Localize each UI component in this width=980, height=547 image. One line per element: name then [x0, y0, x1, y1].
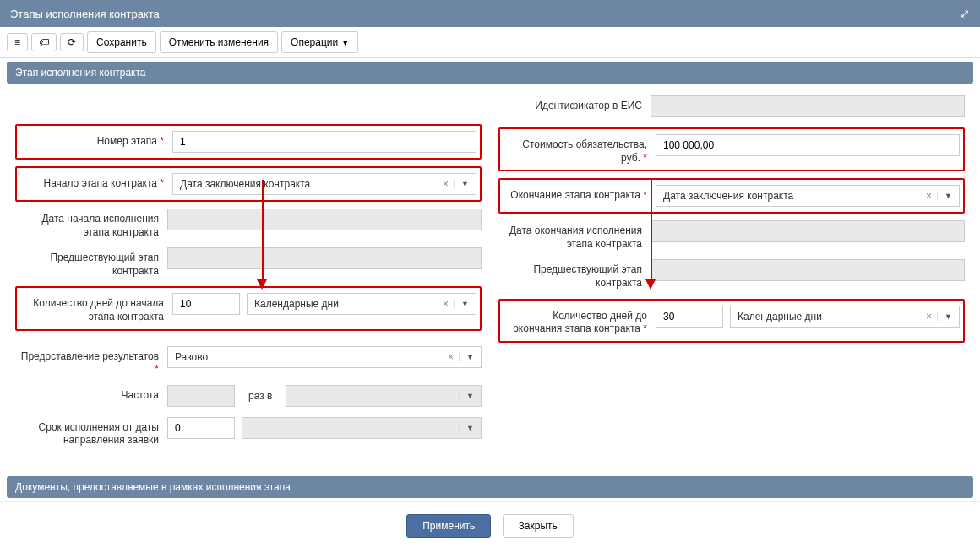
chevron-down-icon[interactable]: ▼	[454, 180, 476, 188]
label-end: Окончание этапа контракта *	[504, 185, 656, 203]
section-header-docs: Документы, предоставляемые в рамках испо…	[7, 476, 973, 498]
cost-input[interactable]	[656, 134, 960, 156]
close-button[interactable]: Закрыть	[503, 514, 574, 538]
end-date-input	[651, 220, 965, 242]
label-days-to-start: Количество дней до начала этапа контракт…	[20, 293, 172, 323]
label-end-date: Дата окончания исполнения этапа контракт…	[498, 220, 651, 251]
section-header-stage: Этап исполнения контракта	[7, 62, 973, 84]
menu-icon[interactable]: ≡	[7, 33, 28, 51]
frequency-unit-select: ▼	[286, 385, 482, 407]
start-select[interactable]: Дата заключения контракта × ▼	[172, 173, 476, 195]
stage-number-input[interactable]	[172, 131, 476, 153]
clear-icon[interactable]: ×	[438, 298, 454, 310]
chevron-down-icon: ▼	[459, 392, 481, 400]
chevron-down-icon[interactable]: ▼	[937, 312, 959, 321]
prev-stage-left-input	[167, 247, 482, 269]
label-stage-number: Номер этапа *	[20, 131, 172, 149]
clear-icon[interactable]: ×	[443, 351, 459, 363]
clear-icon[interactable]: ×	[438, 178, 454, 190]
row-end-date: Дата окончания исполнения этапа контракт…	[498, 220, 965, 251]
form-area: Номер этапа * Начало этапа контракта * Д…	[0, 87, 980, 473]
start-date-input	[167, 209, 482, 230]
label-raz-v: раз в	[242, 390, 279, 402]
days-type-right-select[interactable]: Календарные дни × ▼	[730, 306, 960, 328]
prev-stage-right-input	[651, 259, 965, 281]
clear-icon[interactable]: ×	[921, 311, 937, 322]
row-results: Предоставление результатов * Разово × ▼	[15, 346, 482, 376]
row-start-date: Дата начала исполнения этапа контракта	[15, 209, 482, 239]
row-eis-id: Идентификатор в ЕИС	[498, 95, 965, 119]
days-to-start-input[interactable]	[172, 293, 240, 315]
row-end: Окончание этапа контракта * Дата заключе…	[498, 178, 965, 214]
save-button[interactable]: Сохранить	[87, 31, 156, 53]
expand-icon[interactable]: ⤢	[960, 7, 970, 20]
row-prev-stage-left: Предшествующий этап контракта	[15, 247, 482, 278]
deadline-unit-select: ▼	[242, 417, 482, 439]
eis-id-input	[651, 95, 965, 117]
chevron-down-icon[interactable]: ▼	[937, 192, 959, 200]
clear-icon[interactable]: ×	[921, 190, 937, 202]
label-start-date: Дата начала исполнения этапа контракта	[15, 209, 167, 239]
row-deadline: Срок исполнения от даты направления заяв…	[15, 417, 482, 447]
label-days-to-end: Количество дней до окончания этапа контр…	[504, 306, 656, 336]
history-icon[interactable]: ⟳	[60, 33, 84, 51]
chevron-down-icon[interactable]: ▼	[454, 300, 476, 308]
operations-button[interactable]: Операции▼	[281, 31, 358, 53]
row-days-to-start: Количество дней до начала этапа контракт…	[15, 286, 482, 330]
row-start: Начало этапа контракта * Дата заключения…	[15, 166, 482, 202]
row-cost: Стоимость обязательства, руб. *	[498, 127, 965, 171]
titlebar: Этапы исполнения контракта ⤢	[0, 0, 980, 27]
days-type-left-select[interactable]: Календарные дни × ▼	[247, 293, 476, 315]
days-to-end-input[interactable]	[656, 306, 723, 328]
dialog: Этапы исполнения контракта ⤢ ≡ 🏷 ⟳ Сохра…	[0, 0, 980, 547]
dialog-title: Этапы исполнения контракта	[10, 8, 160, 20]
label-eis-id: Идентификатор в ЕИС	[498, 95, 651, 113]
label-cost: Стоимость обязательства, руб. *	[504, 134, 656, 165]
caret-down-icon: ▼	[341, 39, 349, 47]
label-prev-stage-right: Предшествующий этап контракта	[498, 259, 651, 290]
row-frequency: Частота раз в ▼	[15, 385, 482, 409]
chevron-down-icon: ▼	[459, 424, 481, 432]
frequency-count-input	[167, 385, 235, 407]
label-results: Предоставление результатов *	[15, 346, 167, 376]
label-deadline: Срок исполнения от даты направления заяв…	[15, 417, 167, 447]
label-frequency: Частота	[15, 385, 167, 403]
end-select[interactable]: Дата заключения контракта × ▼	[656, 185, 960, 207]
toolbar: ≡ 🏷 ⟳ Сохранить Отменить изменения Опера…	[0, 27, 980, 58]
right-column: Идентификатор в ЕИС Стоимость обязательс…	[498, 95, 965, 456]
chevron-down-icon[interactable]: ▼	[459, 353, 481, 361]
label-prev-stage-left: Предшествующий этап контракта	[15, 247, 167, 278]
tag-icon[interactable]: 🏷	[31, 33, 57, 51]
results-select[interactable]: Разово × ▼	[167, 346, 482, 368]
footer: Применить Закрыть	[0, 501, 980, 547]
row-prev-stage-right: Предшествующий этап контракта	[498, 259, 965, 290]
deadline-input[interactable]	[167, 417, 235, 439]
left-column: Номер этапа * Начало этапа контракта * Д…	[15, 95, 482, 456]
row-days-to-end: Количество дней до окончания этапа контр…	[498, 299, 965, 343]
apply-button[interactable]: Применить	[406, 514, 491, 538]
label-start: Начало этапа контракта *	[20, 173, 172, 191]
cancel-changes-button[interactable]: Отменить изменения	[160, 31, 278, 53]
row-stage-number: Номер этапа *	[15, 124, 482, 160]
